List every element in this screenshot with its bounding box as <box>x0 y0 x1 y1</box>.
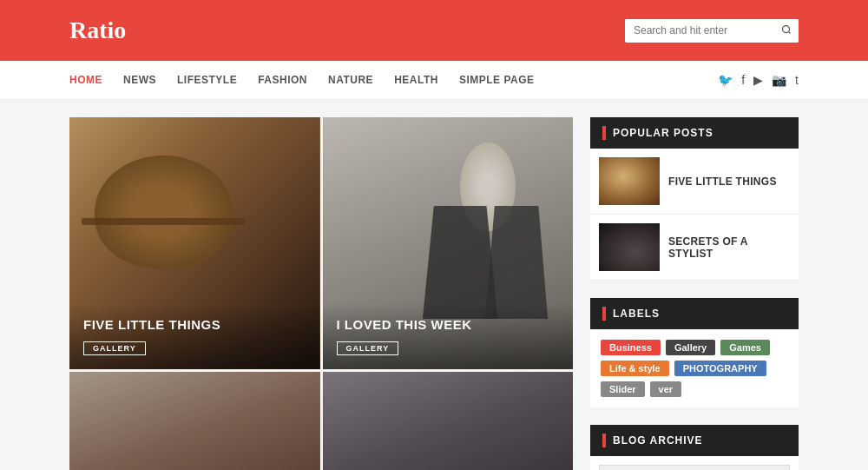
youtube-icon[interactable]: ▶ <box>753 73 763 87</box>
blog-archive-heading: BLOG ARCHIVE <box>590 425 799 456</box>
hat-visual <box>95 156 233 269</box>
labels-heading: LABELS <box>590 298 799 329</box>
popular-posts-heading: POPULAR POSTS <box>590 117 799 149</box>
post-overlay-1: FIVE LITTLE THINGS GALLERY <box>69 303 320 369</box>
label-photography[interactable]: PHOTOGRAPHY <box>674 361 766 376</box>
accent-bar-archive <box>602 434 606 447</box>
blog-archive-section: BLOG ARCHIVE Blog Archive <box>590 425 799 470</box>
label-ver[interactable]: ver <box>650 381 682 397</box>
post-badge-2[interactable]: GALLERY <box>337 341 399 355</box>
labels-container: Business Gallery Games Life & style PHOT… <box>590 329 799 407</box>
main-nav: HOME NEWS LIFESTYLE FASHION NATURE HEALT… <box>0 61 868 100</box>
blog-archive-select[interactable]: Blog Archive <box>599 465 790 470</box>
chair-visual-2 <box>485 206 548 320</box>
popular-posts-title: POPULAR POSTS <box>613 127 713 139</box>
nav-health[interactable]: HEALTH <box>394 74 438 86</box>
post-title-2: I LOVED THIS WEEK <box>337 317 560 332</box>
label-gallery[interactable]: Gallery <box>666 340 715 355</box>
post-title-1: FIVE LITTLE THINGS <box>83 317 306 332</box>
svg-line-1 <box>788 31 790 33</box>
accent-bar-labels <box>602 307 606 321</box>
popular-posts-section: POPULAR POSTS FIVE LITTLE THINGS SECRETS… <box>590 117 799 281</box>
nav-home[interactable]: HOME <box>69 74 102 86</box>
twitter-icon[interactable]: 🐦 <box>718 73 733 87</box>
nav-links: HOME NEWS LIFESTYLE FASHION NATURE HEALT… <box>69 74 535 86</box>
post-bg-4 <box>323 372 574 470</box>
post-card-1[interactable]: FIVE LITTLE THINGS GALLERY <box>69 117 320 369</box>
label-business[interactable]: Business <box>601 340 661 355</box>
labels-section: LABELS Business Gallery Games Life & sty… <box>590 298 799 407</box>
social-links: 🐦 f ▶ 📷 t <box>718 73 799 87</box>
popular-post-thumb-1 <box>599 157 660 205</box>
popular-post-title-1: FIVE LITTLE THINGS <box>668 175 777 188</box>
label-slider[interactable]: Slider <box>601 381 645 397</box>
post-card-4[interactable] <box>323 372 574 470</box>
tumblr-icon[interactable]: t <box>795 73 799 87</box>
posts-grid: FIVE LITTLE THINGS GALLERY I LOVED THIS … <box>69 117 573 470</box>
nav-fashion[interactable]: FASHION <box>258 74 307 86</box>
label-life-style[interactable]: Life & style <box>601 361 669 376</box>
nav-lifestyle[interactable]: LIFESTYLE <box>177 74 237 86</box>
label-games[interactable]: Games <box>720 340 770 355</box>
blog-archive-title: BLOG ARCHIVE <box>613 434 703 447</box>
sidebar: POPULAR POSTS FIVE LITTLE THINGS SECRETS… <box>590 117 799 470</box>
post-card-3[interactable]: FOUR PLACES TO EAT <box>69 372 320 470</box>
search-button[interactable] <box>774 19 799 43</box>
post-card-2[interactable]: I LOVED THIS WEEK GALLERY <box>323 117 574 369</box>
popular-post-thumb-2 <box>599 223 660 271</box>
popular-post-title-2: SECRETS OF A STYLIST <box>668 235 790 260</box>
chair-visual <box>423 206 498 320</box>
hat-brim <box>82 218 245 225</box>
search-input[interactable] <box>625 19 774 42</box>
search-icon <box>781 24 792 35</box>
search-bar <box>625 19 799 43</box>
nav-simple-page[interactable]: SIMPLE PAGE <box>459 74 535 86</box>
popular-post-item-1[interactable]: FIVE LITTLE THINGS <box>590 149 799 215</box>
labels-title: LABELS <box>613 308 660 320</box>
svg-point-0 <box>783 25 790 32</box>
post-bg-3 <box>69 372 320 470</box>
nav-nature[interactable]: NATURE <box>328 74 373 86</box>
facebook-icon[interactable]: f <box>741 73 745 87</box>
site-logo[interactable]: Ratio <box>69 17 126 44</box>
accent-bar <box>602 126 606 140</box>
popular-posts-list: FIVE LITTLE THINGS SECRETS OF A STYLIST <box>590 149 799 281</box>
popular-post-item-2[interactable]: SECRETS OF A STYLIST <box>590 215 799 281</box>
main-content: FIVE LITTLE THINGS GALLERY I LOVED THIS … <box>0 100 868 470</box>
post-overlay-2: I LOVED THIS WEEK GALLERY <box>323 303 574 369</box>
site-header: Ratio <box>0 0 868 61</box>
post-badge-1[interactable]: GALLERY <box>83 341 146 355</box>
blog-archive-content: Blog Archive <box>590 456 799 470</box>
instagram-icon[interactable]: 📷 <box>772 73 786 87</box>
nav-news[interactable]: NEWS <box>123 74 156 86</box>
